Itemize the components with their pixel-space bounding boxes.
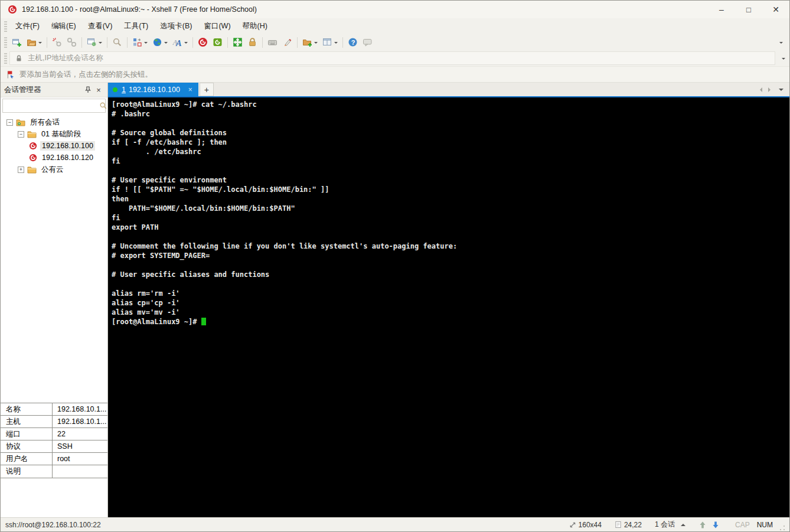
maximize-button[interactable]: □ [735, 1, 762, 18]
session-search-icon[interactable] [99, 102, 107, 110]
status-bar: ssh://root@192.168.10.100:22 160x44 24,2… [1, 517, 789, 531]
xshell-window: 192.168.10.100 - root@AlmaLinux9:~ - Xsh… [0, 0, 790, 532]
terminal-line: [root@AlmaLinux9 ~]# cat ~/.bashrc [112, 100, 789, 109]
menu-file[interactable]: 文件(F) [9, 19, 45, 34]
lock-screen-icon[interactable] [246, 36, 259, 48]
session-properties-dropdown[interactable] [99, 42, 102, 45]
xftp-icon[interactable] [211, 36, 224, 48]
open-session-icon[interactable] [25, 37, 44, 48]
tree-item[interactable]: +公有云 [1, 164, 107, 175]
window-layout-icon[interactable] [321, 36, 339, 48]
resize-grip[interactable] [779, 524, 786, 531]
menu-window[interactable]: 窗口(W) [198, 19, 236, 34]
session-manager-panel: 会话管理器 × −所有会话−01 基础阶段192.168.10.100192.1… [1, 83, 108, 517]
property-value: 192.168.10.1... [53, 416, 107, 427]
menu-view[interactable]: 查看(V) [82, 19, 119, 34]
new-session-folder-dropdown[interactable] [314, 42, 318, 45]
arrange-layout-dropdown[interactable] [144, 42, 148, 45]
find-icon[interactable] [110, 36, 124, 48]
session-tree: −所有会话−01 基础阶段192.168.10.100192.168.10.12… [1, 114, 107, 403]
web-browser-dropdown[interactable] [164, 42, 168, 45]
download-button[interactable] [711, 521, 720, 529]
menu-edit[interactable]: 编辑(E) [45, 19, 82, 34]
address-lock-icon [15, 54, 23, 63]
close-button[interactable]: ✕ [762, 1, 789, 18]
session-count[interactable]: 1 会话 [655, 520, 685, 530]
info-bar-text: 要添加当前会话，点击左侧的箭头按钮。 [19, 70, 152, 80]
tab-list-dropdown-icon[interactable] [779, 89, 784, 93]
toolbar: AA [1, 34, 789, 50]
tree-item[interactable]: 192.168.10.100 [1, 140, 107, 152]
terminal-line: # Source global definitions [112, 128, 789, 138]
new-session-icon[interactable] [10, 36, 24, 48]
tree-item-label: 01 基础阶段 [40, 129, 83, 140]
tab-close-icon[interactable]: × [188, 86, 192, 94]
address-dropdown-button[interactable] [775, 56, 789, 61]
collapse-icon[interactable]: − [18, 131, 24, 138]
virtual-keyboard-icon[interactable] [266, 36, 279, 48]
arrange-layout-icon[interactable] [130, 36, 149, 48]
new-tab-button[interactable]: + [200, 83, 214, 96]
session-search-box[interactable] [2, 99, 106, 113]
pin-panel-icon[interactable] [83, 86, 93, 93]
session-count-popup-icon[interactable] [681, 521, 685, 526]
menu-tools[interactable]: 工具(T) [118, 19, 154, 34]
terminal-line: # export SYSTEMD_PAGER= [112, 251, 789, 260]
terminal-line [112, 260, 789, 270]
toolbar-overflow-button[interactable] [776, 38, 785, 47]
terminal-prompt-line: [root@AlmaLinux9 ~]# [112, 317, 789, 327]
help-icon[interactable]: ? [346, 36, 360, 48]
window-title: 192.168.10.100 - root@AlmaLinux9:~ - Xsh… [22, 5, 257, 14]
font-icon[interactable]: AA [171, 36, 190, 48]
terminal-line [112, 232, 789, 241]
session-search-input[interactable] [3, 99, 99, 112]
terminal-line: then [112, 194, 789, 204]
close-panel-icon[interactable]: × [93, 86, 104, 94]
terminal-line: fi [112, 213, 789, 223]
terminal-line: # Uncomment the following line if you do… [112, 241, 789, 251]
tree-item[interactable]: −所有会话 [1, 116, 107, 128]
tree-item[interactable]: 192.168.10.120 [1, 152, 107, 164]
tab-scroll-left-icon[interactable] [758, 87, 762, 92]
host-address-input[interactable]: 主机,IP地址或会话名称 [9, 51, 775, 65]
xshell-icon[interactable] [196, 36, 210, 48]
session-properties-icon[interactable] [85, 36, 104, 48]
property-row: 名称192.168.10.1... [1, 403, 107, 416]
reconnect-icon [65, 36, 79, 48]
web-browser-icon[interactable] [151, 36, 169, 48]
property-row: 协议SSH [1, 440, 107, 453]
menu-help[interactable]: 帮助(H) [237, 19, 273, 34]
terminal-line: alias cp='cp -i' [112, 298, 789, 308]
tab-session[interactable]: 1 192.168.10.100 × [108, 83, 198, 96]
property-value: 192.168.10.1... [53, 403, 107, 415]
open-session-dropdown[interactable] [38, 42, 42, 45]
tree-item-label: 所有会话 [28, 117, 61, 128]
xshell-app-icon [8, 5, 17, 14]
terminal-line: alias rm='rm -i' [112, 289, 789, 298]
add-session-flag-icon[interactable] [6, 70, 15, 79]
fullscreen-icon[interactable] [231, 36, 244, 48]
toolbar-separator [192, 37, 193, 48]
tab-number: 1 [122, 86, 126, 94]
folder-icon [27, 130, 37, 138]
new-session-folder-icon[interactable] [301, 37, 319, 48]
connection-url: ssh://root@192.168.10.100:22 [5, 521, 556, 529]
toolbar-separator [81, 37, 82, 48]
menu-tab[interactable]: 选项卡(B) [154, 19, 198, 34]
svg-text:?: ? [351, 39, 355, 46]
tree-item[interactable]: −01 基础阶段 [1, 128, 107, 140]
upload-button[interactable] [698, 521, 707, 529]
title-bar: 192.168.10.100 - root@AlmaLinux9:~ - Xsh… [1, 1, 789, 18]
expand-icon[interactable]: + [18, 167, 24, 173]
terminal-output[interactable]: [root@AlmaLinux9 ~]# cat ~/.bashrc# .bas… [108, 97, 789, 517]
property-key: 协议 [1, 440, 53, 452]
tab-scroll-right-icon[interactable] [768, 87, 773, 92]
terminal-line: # User specific aliases and functions [112, 270, 789, 279]
window-layout-dropdown[interactable] [334, 42, 338, 45]
feedback-icon[interactable] [361, 36, 374, 48]
highlighter-icon[interactable] [280, 36, 294, 48]
minimize-button[interactable]: – [708, 1, 735, 18]
collapse-icon[interactable]: − [6, 119, 13, 126]
terminal-line: . /etc/bashrc [112, 147, 789, 156]
font-dropdown[interactable] [184, 42, 188, 45]
